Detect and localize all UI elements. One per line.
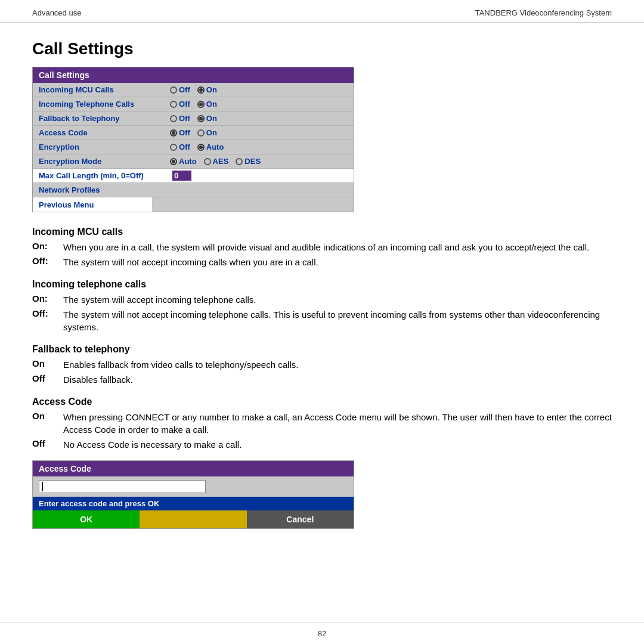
radio-label-enc-off: Off bbox=[179, 143, 190, 151]
row-label-fallback: Fallback to Telephony bbox=[39, 114, 170, 123]
radio-label-mcu-on: On bbox=[206, 85, 217, 94]
call-settings-table: Call Settings Incoming MCU Calls Off On bbox=[32, 67, 354, 212]
page-number: 82 bbox=[318, 629, 326, 638]
dialog-cancel-button[interactable]: Cancel bbox=[247, 510, 354, 528]
desc-term-access-on: On bbox=[32, 411, 63, 436]
section-heading-access-code: Access Code bbox=[32, 397, 612, 407]
row-label-network-profiles: Network Profiles bbox=[39, 185, 170, 194]
radio-circle-encmode-auto bbox=[170, 158, 177, 165]
row-encryption-mode[interactable]: Encryption Mode Auto AES DES bbox=[33, 154, 354, 169]
radio-enc-auto[interactable]: Auto bbox=[197, 143, 224, 151]
radio-label-fallback-on: On bbox=[206, 114, 217, 123]
radio-fallback-off[interactable]: Off bbox=[170, 114, 190, 123]
row-encryption[interactable]: Encryption Off Auto bbox=[33, 140, 354, 154]
radio-circle-encmode-aes bbox=[204, 158, 211, 165]
row-options-encryption-mode: Auto AES DES bbox=[170, 157, 261, 166]
desc-term-mcu-on: On: bbox=[32, 241, 63, 253]
row-label-max-call: Max Call Length (min, 0=Off) bbox=[39, 171, 170, 180]
access-code-input-box[interactable] bbox=[39, 480, 206, 493]
row-incoming-telephone[interactable]: Incoming Telephone Calls Off On bbox=[33, 97, 354, 112]
row-max-call[interactable]: Max Call Length (min, 0=Off) 0 bbox=[33, 169, 354, 183]
desc-mcu-off: Off: The system will not accept incoming… bbox=[32, 256, 612, 268]
radio-label-encmode-auto: Auto bbox=[179, 157, 197, 166]
desc-term-mcu-off: Off: bbox=[32, 256, 63, 268]
dialog-input-row bbox=[33, 476, 354, 497]
row-options-encryption: Off Auto bbox=[170, 143, 224, 151]
top-bar-left: Advanced use bbox=[32, 8, 81, 17]
row-access-code[interactable]: Access Code Off On bbox=[33, 126, 354, 140]
radio-mcu-off[interactable]: Off bbox=[170, 85, 190, 94]
page-title: Call Settings bbox=[32, 39, 612, 58]
main-content: Call Settings Call Settings Incoming MCU… bbox=[0, 23, 644, 541]
radio-label-access-on: On bbox=[206, 128, 217, 137]
desc-tel-off: Off: The system will not accept incoming… bbox=[32, 308, 612, 333]
radio-mcu-on[interactable]: On bbox=[197, 85, 217, 94]
desc-access-off: Off No Access Code is necessary to make … bbox=[32, 438, 612, 451]
settings-table-body: Incoming MCU Calls Off On Incoming Telep… bbox=[33, 83, 354, 212]
radio-tel-on[interactable]: On bbox=[197, 100, 217, 109]
top-bar-right: TANDBERG Videoconferencing System bbox=[475, 8, 612, 17]
radio-encmode-auto[interactable]: Auto bbox=[170, 157, 197, 166]
radio-circle-access-off bbox=[170, 129, 177, 137]
radio-circle-enc-auto bbox=[197, 144, 205, 151]
desc-access-on: On When pressing CONNECT or any number t… bbox=[32, 411, 612, 436]
section-heading-incoming-telephone: Incoming telephone calls bbox=[32, 279, 612, 290]
radio-label-tel-off: Off bbox=[179, 100, 190, 109]
desc-term-fallback-off: Off bbox=[32, 373, 63, 386]
desc-mcu-on: On: When you are in a call, the system w… bbox=[32, 241, 612, 253]
row-label-incoming-mcu: Incoming MCU Calls bbox=[39, 85, 170, 94]
row-previous-menu[interactable]: Previous Menu bbox=[33, 197, 152, 212]
desc-fallback-on: On Enables fallback from video calls to … bbox=[32, 358, 612, 371]
desc-def-tel-off: The system will not accept incoming tele… bbox=[63, 308, 612, 333]
row-label-access-code: Access Code bbox=[39, 128, 170, 137]
row-fallback[interactable]: Fallback to Telephony Off On bbox=[33, 112, 354, 126]
dialog-ok-button[interactable]: OK bbox=[33, 510, 140, 528]
radio-fallback-on[interactable]: On bbox=[197, 114, 217, 123]
desc-term-access-off: Off bbox=[32, 438, 63, 451]
row-options-fallback: Off On bbox=[170, 114, 217, 123]
radio-circle-mcu-on bbox=[197, 86, 205, 94]
top-bar: Advanced use TANDBERG Videoconferencing … bbox=[0, 0, 644, 23]
row-options-incoming-mcu: Off On bbox=[170, 85, 217, 94]
section-heading-incoming-mcu: Incoming MCU calls bbox=[32, 227, 612, 237]
radio-access-off[interactable]: Off bbox=[170, 128, 190, 137]
desc-def-tel-on: The system will accept incoming telephon… bbox=[63, 293, 612, 306]
radio-label-encmode-des: DES bbox=[244, 157, 261, 166]
desc-term-fallback-on: On bbox=[32, 358, 63, 371]
radio-encmode-aes[interactable]: AES bbox=[204, 157, 229, 166]
access-code-dialog: Access Code Enter access code and press … bbox=[32, 460, 354, 529]
radio-circle-tel-off bbox=[170, 101, 177, 108]
bottom-bar: 82 bbox=[0, 623, 644, 644]
desc-fallback-off: Off Disables fallback. bbox=[32, 373, 612, 386]
radio-circle-enc-off bbox=[170, 144, 177, 151]
row-options-access-code: Off On bbox=[170, 128, 217, 137]
radio-label-enc-auto: Auto bbox=[206, 143, 224, 151]
dialog-buttons: OK Cancel bbox=[33, 510, 354, 528]
settings-table-header: Call Settings bbox=[33, 67, 354, 83]
row-network-profiles[interactable]: Network Profiles bbox=[33, 183, 354, 197]
radio-circle-encmode-des bbox=[236, 158, 243, 165]
radio-circle-access-on bbox=[197, 129, 205, 137]
desc-tel-on: On: The system will accept incoming tele… bbox=[32, 293, 612, 306]
dialog-header: Access Code bbox=[33, 461, 354, 476]
radio-access-on[interactable]: On bbox=[197, 128, 217, 137]
row-incoming-mcu[interactable]: Incoming MCU Calls Off On bbox=[33, 83, 354, 97]
desc-def-mcu-off: The system will not accept incoming call… bbox=[63, 256, 612, 268]
radio-circle-fallback-on bbox=[197, 115, 205, 122]
row-label-encryption: Encryption bbox=[39, 143, 170, 151]
radio-label-tel-on: On bbox=[206, 100, 217, 109]
dialog-hint: Enter access code and press OK bbox=[33, 497, 354, 510]
desc-def-fallback-on: Enables fallback from video calls to tel… bbox=[63, 358, 612, 371]
radio-label-mcu-off: Off bbox=[179, 85, 190, 94]
dialog-mid-button bbox=[140, 510, 246, 528]
row-options-max-call: 0 bbox=[170, 171, 191, 181]
desc-def-fallback-off: Disables fallback. bbox=[63, 373, 612, 386]
desc-term-tel-on: On: bbox=[32, 293, 63, 306]
max-call-input[interactable]: 0 bbox=[172, 171, 191, 181]
row-label-incoming-telephone: Incoming Telephone Calls bbox=[39, 100, 170, 109]
radio-tel-off[interactable]: Off bbox=[170, 100, 190, 109]
radio-enc-off[interactable]: Off bbox=[170, 143, 190, 151]
desc-term-tel-off: Off: bbox=[32, 308, 63, 333]
desc-def-mcu-on: When you are in a call, the system will … bbox=[63, 241, 612, 253]
radio-encmode-des[interactable]: DES bbox=[236, 157, 261, 166]
